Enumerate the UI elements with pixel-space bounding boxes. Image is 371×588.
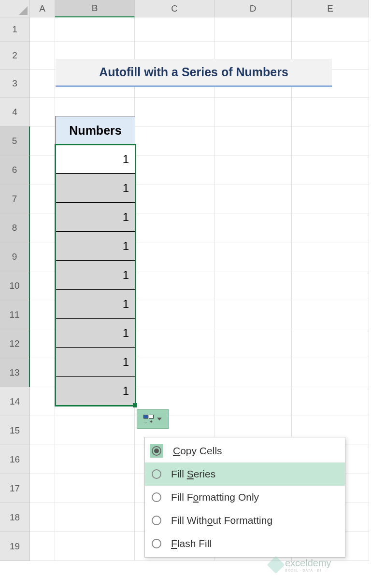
cell[interactable] (292, 358, 369, 387)
cell[interactable] (30, 70, 55, 98)
data-cell[interactable]: 1 (56, 319, 135, 348)
cell[interactable] (135, 126, 214, 155)
cell[interactable] (292, 300, 369, 329)
row-header-1[interactable]: 1 (0, 17, 30, 42)
cell[interactable] (135, 271, 214, 300)
cell[interactable] (292, 242, 369, 271)
cell[interactable] (214, 213, 292, 242)
cell[interactable] (135, 17, 214, 42)
data-cell[interactable]: 1 (56, 174, 135, 203)
cell[interactable] (292, 184, 369, 213)
row-header-15[interactable]: 15 (0, 416, 30, 445)
select-all-corner[interactable] (0, 0, 30, 17)
cell[interactable] (292, 17, 369, 42)
cell[interactable] (214, 271, 292, 300)
cell[interactable] (135, 329, 214, 358)
row-header-5[interactable]: 5 (0, 126, 30, 155)
cell[interactable] (292, 126, 369, 155)
cell[interactable] (214, 155, 292, 184)
data-cell[interactable]: 1 (56, 203, 135, 232)
cell[interactable] (30, 445, 55, 474)
cell[interactable] (135, 184, 214, 213)
row-header-8[interactable]: 8 (0, 213, 30, 242)
cell[interactable] (135, 242, 214, 271)
cell[interactable] (30, 474, 55, 503)
cell[interactable] (55, 474, 135, 503)
column-header-A[interactable]: A (30, 0, 55, 17)
row-header-7[interactable]: 7 (0, 184, 30, 213)
menu-item[interactable]: Copy Cells (145, 439, 345, 462)
cell[interactable] (30, 329, 55, 358)
cell[interactable] (55, 445, 135, 474)
row-header-2[interactable]: 2 (0, 42, 30, 70)
data-cell[interactable]: 1 (56, 377, 135, 406)
column-header-B[interactable]: B (55, 0, 135, 17)
column-header-E[interactable]: E (292, 0, 369, 17)
cell[interactable] (30, 42, 55, 70)
row-header-18[interactable]: 18 (0, 503, 30, 532)
cell[interactable] (135, 300, 214, 329)
cell[interactable] (30, 387, 55, 416)
cell[interactable] (214, 300, 292, 329)
cell[interactable] (55, 17, 135, 42)
cell[interactable] (30, 98, 55, 126)
menu-item[interactable]: Fill Without Formatting (145, 509, 345, 532)
cell[interactable] (30, 532, 55, 561)
column-header-C[interactable]: C (135, 0, 214, 17)
data-cell[interactable]: 1 (56, 145, 135, 174)
data-cell[interactable]: 1 (56, 348, 135, 377)
row-header-12[interactable]: 12 (0, 329, 30, 358)
row-header-14[interactable]: 14 (0, 387, 30, 416)
cell[interactable] (135, 155, 214, 184)
cell[interactable] (55, 416, 135, 445)
cell[interactable] (292, 98, 369, 126)
menu-item[interactable]: Flash Fill (145, 532, 345, 555)
cell[interactable] (292, 271, 369, 300)
cell[interactable] (135, 98, 214, 126)
cell[interactable] (135, 358, 214, 387)
cell[interactable] (214, 98, 292, 126)
cell[interactable] (30, 17, 55, 42)
cell[interactable] (214, 358, 292, 387)
row-header-11[interactable]: 11 (0, 300, 30, 329)
cell[interactable] (214, 126, 292, 155)
cell[interactable] (292, 213, 369, 242)
cell[interactable] (214, 184, 292, 213)
row-header-4[interactable]: 4 (0, 98, 30, 126)
menu-item[interactable]: Fill Formatting Only (145, 486, 345, 509)
cell[interactable] (30, 155, 55, 184)
row-header-3[interactable]: 3 (0, 70, 30, 98)
row-header-9[interactable]: 9 (0, 242, 30, 271)
row-header-16[interactable]: 16 (0, 445, 30, 474)
autofill-options-button[interactable]: ⋯+ (137, 409, 169, 429)
numbers-column-header[interactable]: Numbers (56, 116, 135, 145)
cell[interactable] (30, 242, 55, 271)
cell[interactable] (214, 17, 292, 42)
row-header-6[interactable]: 6 (0, 155, 30, 184)
cell[interactable] (30, 300, 55, 329)
data-cell[interactable]: 1 (56, 232, 135, 261)
cell[interactable] (55, 532, 135, 561)
cell[interactable] (55, 503, 135, 532)
row-header-13[interactable]: 13 (0, 358, 30, 387)
cell[interactable] (214, 329, 292, 358)
cell[interactable] (30, 416, 55, 445)
cell[interactable] (30, 184, 55, 213)
cell[interactable] (30, 271, 55, 300)
cell[interactable] (292, 387, 369, 416)
row-header-17[interactable]: 17 (0, 474, 30, 503)
data-cell[interactable]: 1 (56, 261, 135, 290)
row-header-19[interactable]: 19 (0, 532, 30, 561)
menu-item[interactable]: Fill Series (145, 462, 345, 486)
cell[interactable] (30, 358, 55, 387)
row-header-10[interactable]: 10 (0, 271, 30, 300)
cell[interactable] (30, 503, 55, 532)
data-cell[interactable]: 1 (56, 290, 135, 319)
cell[interactable] (214, 242, 292, 271)
cell[interactable] (135, 213, 214, 242)
cell[interactable] (292, 155, 369, 184)
cell[interactable] (214, 387, 292, 416)
cell[interactable] (292, 329, 369, 358)
cell[interactable] (30, 213, 55, 242)
title-cell[interactable]: Autofill with a Series of Numbers (56, 59, 332, 87)
